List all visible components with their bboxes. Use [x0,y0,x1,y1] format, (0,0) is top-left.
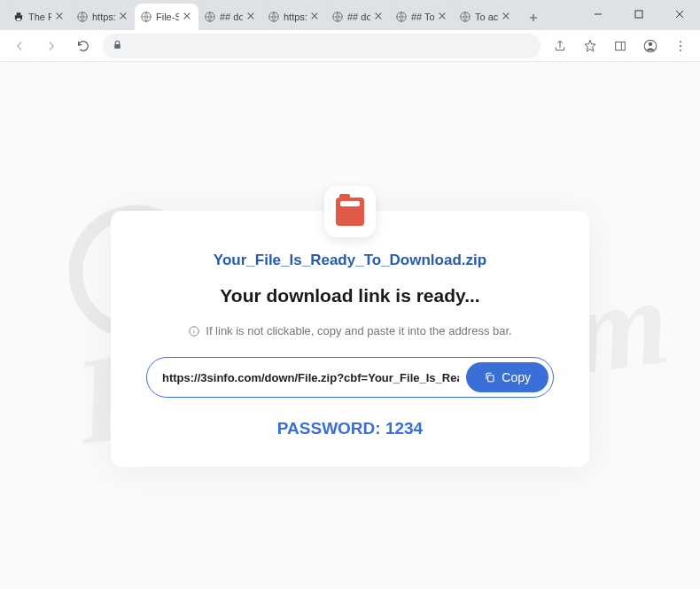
printer-icon [12,11,25,23]
globe-icon [140,11,152,23]
browser-toolbar [0,30,700,62]
svg-rect-12 [616,42,626,50]
browser-tab[interactable]: The P [7,4,71,30]
browser-tab[interactable]: ## do [326,4,390,30]
reload-button[interactable] [71,34,96,58]
forward-button[interactable] [39,34,64,58]
globe-icon [395,11,408,23]
info-icon [188,325,200,337]
page-viewport: PCrisk.com Your_File_Is_Ready_To_Downloa… [0,62,700,589]
tab-title: To ac [475,12,498,22]
window-titlebar [578,0,700,28]
browser-tab[interactable]: https: [262,4,326,30]
lock-icon [112,38,123,54]
tab-title: ## To [411,12,434,22]
share-button[interactable] [548,34,572,58]
side-panel-button[interactable] [608,34,633,58]
svg-point-14 [649,42,653,46]
svg-rect-11 [114,43,121,48]
link-row: https://3sinfo.com/down/File.zip?cbf=You… [146,357,554,398]
profile-button[interactable] [638,34,663,58]
tab-close-button[interactable] [310,12,321,22]
svg-rect-10 [635,11,642,18]
copy-icon [484,371,496,384]
minimize-button[interactable] [578,0,618,28]
tab-title: ## do [220,12,243,22]
tab-close-button[interactable] [246,12,257,22]
back-button[interactable] [7,34,32,58]
file-name: Your_File_Is_Ready_To_Download.zip [146,252,554,269]
globe-icon [459,11,471,23]
globe-icon [268,11,280,23]
address-bar[interactable] [103,34,541,58]
heading: Your download link is ready... [146,285,554,306]
tab-title: https: [284,12,307,22]
browser-tab[interactable]: https: [71,4,135,30]
svg-point-16 [680,45,681,47]
globe-icon [76,11,89,23]
browser-tab[interactable]: To ac [454,4,517,30]
password-label: PASSWORD: 1234 [146,419,554,438]
svg-rect-1 [17,12,21,15]
maximize-button[interactable] [618,0,659,28]
tab-title: File-S [156,12,179,22]
browser-tab[interactable]: ## To [390,4,454,30]
menu-button[interactable] [668,34,693,58]
browser-window: The Phttps:File-S## dohttps:## do## ToTo… [0,0,700,589]
tab-close-button[interactable] [119,12,129,22]
download-card: Your_File_Is_Ready_To_Download.zip Your … [111,211,589,467]
svg-rect-20 [488,376,494,382]
hint-text: If link is not clickable, copy and paste… [146,324,554,337]
tab-close-button[interactable] [502,12,512,22]
svg-rect-2 [17,18,21,21]
tab-close-button[interactable] [438,12,448,22]
browser-tab[interactable]: ## do [198,4,262,30]
tab-title: https: [92,12,115,22]
download-url[interactable]: https://3sinfo.com/down/File.zip?cbf=You… [152,371,459,384]
globe-icon [204,11,216,23]
tab-title: ## do [347,12,370,22]
tab-close-button[interactable] [55,12,66,22]
new-tab-button[interactable] [521,5,546,30]
svg-point-17 [680,49,681,50]
close-window-button[interactable] [659,0,700,28]
bookmark-button[interactable] [578,34,603,58]
globe-icon [331,11,344,23]
tab-title: The P [28,12,51,22]
browser-tab[interactable]: File-S [135,4,198,30]
tab-close-button[interactable] [183,12,193,22]
file-icon [324,186,376,237]
copy-button[interactable]: Copy [466,362,548,392]
svg-point-15 [680,41,681,43]
tab-close-button[interactable] [374,12,385,22]
